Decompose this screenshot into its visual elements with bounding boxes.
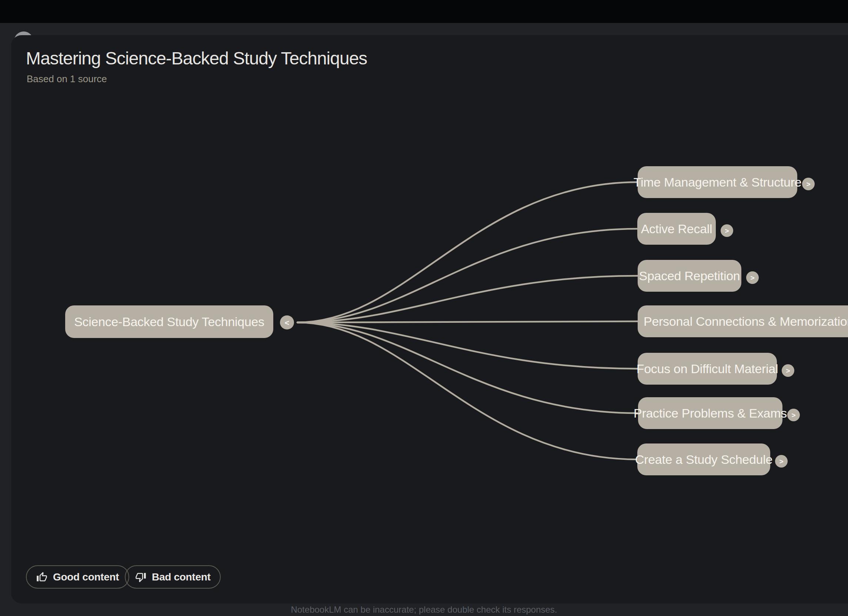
mindmap-root-node[interactable]: Science-Backed Study Techniques	[65, 305, 273, 338]
mindmap-node[interactable]: Time Management & Structure	[637, 166, 797, 198]
mindmap-node[interactable]: Practice Problems & Exams	[638, 397, 783, 429]
expand-button[interactable]: >	[782, 364, 794, 377]
bad-content-button[interactable]: Bad content	[125, 565, 221, 589]
expand-button[interactable]: >	[721, 224, 733, 237]
page-title: Mastering Science-Backed Study Technique…	[26, 48, 367, 68]
thumb-up-icon	[36, 572, 47, 583]
good-content-button[interactable]: Good content	[26, 565, 129, 589]
mindmap-node[interactable]: Spaced Repetition	[637, 260, 741, 292]
expand-button[interactable]: >	[787, 409, 800, 421]
mindmap-node[interactable]: Active Recall	[637, 213, 716, 245]
mindmap-node[interactable]: Focus on Difficult Material	[637, 353, 777, 385]
expand-button[interactable]: >	[746, 271, 759, 284]
source-count: Based on 1 source	[27, 73, 107, 85]
expand-button[interactable]: >	[802, 178, 815, 190]
top-black-bar	[0, 0, 848, 23]
mindmap-node[interactable]: Create a Study Schedule	[637, 443, 770, 475]
bad-content-label: Bad content	[152, 571, 211, 583]
good-content-label: Good content	[53, 571, 119, 583]
collapse-button[interactable]: <	[280, 315, 294, 329]
expand-button[interactable]: >	[775, 455, 788, 468]
mindmap-stage: Mastering Science-Backed Study Technique…	[0, 0, 848, 616]
mindmap-node[interactable]: Personal Connections & Memorization	[637, 305, 848, 337]
thumb-down-icon	[135, 572, 146, 583]
